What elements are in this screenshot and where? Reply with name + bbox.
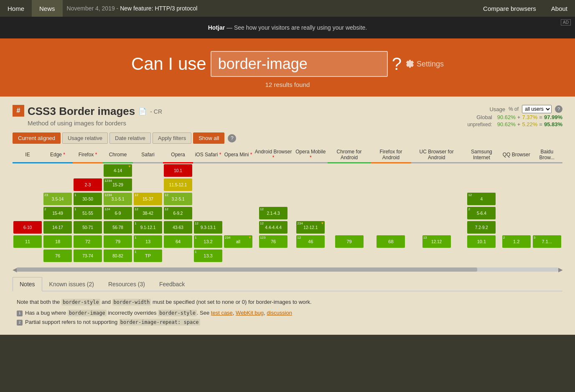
browser-th-operamini: Opera Mini *	[223, 147, 253, 163]
table-row: 215-49 151-55 1246-9 1238-42 126-9.2 122…	[13, 206, 562, 220]
hero-section: Can I use ? Settings 12 results found	[0, 38, 575, 97]
ad-badge: AD	[561, 19, 571, 25]
usage-help[interactable]: ?	[555, 105, 562, 113]
tabs-row: Notes Known issues (2) Resources (3) Fee…	[13, 277, 562, 291]
note2-code: border-image-repeat: space	[119, 319, 200, 326]
scroll-thumb[interactable]	[17, 267, 477, 272]
filter-current-aligned[interactable]: Current aligned	[13, 132, 61, 144]
main-content: # CSS3 Border images 📄 - CR Method of us…	[0, 97, 575, 335]
table-row: 2-3 123415-29 11.5-12.1	[13, 178, 562, 192]
hero-can-i-use-text: Can I use	[131, 54, 206, 74]
browser-th-ie: IE	[13, 147, 43, 163]
note1-code2: border-style	[158, 310, 197, 316]
scroll-track[interactable]	[17, 267, 558, 272]
feature-doc-icon: 📄	[138, 107, 147, 115]
hero-results: 12 results found	[0, 81, 575, 88]
nav-right: Compare browsers About	[476, 0, 575, 17]
unprefixed-total: 95.83%	[544, 121, 562, 127]
hash-box: #	[13, 105, 24, 117]
nav-item-news[interactable]: News	[32, 0, 63, 17]
note-item-2: 2 Partial support refers to not supporti…	[17, 319, 558, 326]
table-row: 11 18 72 79 113 64 113.2 234all▼ 12376 1…	[13, 234, 562, 249]
feature-cr-label: - CR	[150, 108, 162, 115]
notes-code-border-style: border-style	[61, 299, 100, 305]
browser-th-chrome: Chrome	[103, 147, 133, 163]
compat-table: IE Edge * Firefox * Chrome Safari Opera …	[13, 147, 562, 263]
filter-date-relative[interactable]: Date relative	[109, 132, 151, 144]
browser-th-android: Android Browser *	[253, 147, 293, 163]
browser-th-opera: Opera	[163, 147, 193, 163]
filter-row: Current aligned Usage relative Date rela…	[13, 132, 562, 144]
usage-label: Usage	[489, 106, 505, 112]
browser-th-qq: QQ Browser	[501, 147, 532, 163]
feature-title: CSS3 Border images	[28, 105, 135, 118]
filter-usage-relative[interactable]: Usage relative	[62, 132, 108, 144]
note1-link-testcase[interactable]: test case	[211, 310, 233, 316]
settings-button[interactable]: Settings	[406, 60, 444, 69]
tab-known-issues[interactable]: Known issues (2)	[42, 277, 101, 291]
filter-show-all[interactable]: Show all	[193, 132, 224, 144]
browser-table-wrap: IE Edge * Firefox * Chrome Safari Opera …	[13, 147, 562, 263]
note-sup-1: 1	[17, 311, 23, 316]
browser-th-firefoxandroid: Firefox for Android	[371, 147, 411, 163]
usage-percent-of: % of	[509, 106, 519, 112]
nav-item-about[interactable]: About	[544, 0, 575, 17]
ad-banner: AD Hotjar — See how your visitors are re…	[0, 17, 575, 38]
hero-input-wrap	[211, 51, 388, 77]
notes-section: Note that both the border-style and bord…	[13, 291, 562, 335]
table-row: 4-14 ▼ 10.1	[13, 163, 562, 178]
notes-main-text: Note that both the border-style and bord…	[17, 298, 558, 306]
nav-item-home[interactable]: Home	[0, 0, 32, 17]
navigation: Home News November 4, 2019 - New feature…	[0, 0, 575, 17]
browser-th-operamobile: Opera Mobile *	[293, 147, 328, 163]
unprefixed-label: unprefixed:	[467, 122, 492, 127]
browser-th-chromeandroid: Chrome for Android	[328, 147, 370, 163]
nav-item-compare[interactable]: Compare browsers	[476, 0, 544, 17]
table-row: 76 73-74 80-82 1TP 113.3	[13, 249, 562, 263]
nav-news-text: November 4, 2019 - New feature: HTTP/3 p…	[63, 5, 476, 12]
browser-th-ios: iOS Safari *	[193, 147, 223, 163]
global-label: Global	[476, 114, 492, 120]
browser-th-baidu: Baidu Brow...	[532, 147, 562, 163]
feature-description: Method of using images for borders	[28, 120, 467, 127]
notes-code-border-width: border-width	[112, 299, 151, 305]
browser-th-ucbrowser: UC Browser for Android	[411, 147, 462, 163]
browser-th-edge: Edge *	[43, 147, 73, 163]
filter-apply[interactable]: Apply filters	[153, 132, 191, 144]
filter-help[interactable]: ?	[228, 134, 236, 143]
note-sup-2: 2	[17, 320, 23, 326]
browser-th-samsung: Samsung Internet	[462, 147, 501, 163]
global-yellow-pct: 7.37%	[522, 114, 537, 120]
note1-link-discussion[interactable]: discussion	[267, 310, 292, 316]
note-item-1: 1 Has a bug where border-image incorrect…	[17, 310, 558, 316]
unprefixed-green-pct: 90.62%	[497, 121, 516, 127]
table-row: 233.5-14 130-50 12343.1-5.1 1215-37 123.…	[13, 192, 562, 206]
note1-code1: border-image	[68, 310, 107, 316]
scrollbar-area[interactable]: ◀ ▶	[13, 266, 562, 273]
usage-panel: Usage % of all users ? Global 90.62% + 7…	[467, 105, 562, 127]
global-total: 97.99%	[544, 114, 562, 120]
usage-user-select[interactable]: all users	[522, 105, 552, 113]
global-green-pct: 90.62%	[497, 114, 516, 120]
search-input[interactable]	[211, 52, 387, 76]
tab-feedback[interactable]: Feedback	[152, 277, 192, 291]
browser-th-firefox: Firefox *	[73, 147, 103, 163]
table-row: 6-10 14-17 50-71 56-78 19.1-12.1 43-63 1…	[13, 220, 562, 234]
browser-th-safari: Safari	[133, 147, 163, 163]
unprefixed-yellow-pct: 5.22%	[522, 121, 537, 127]
note1-link-webkit-bug[interactable]: WebKit bug	[236, 310, 264, 316]
hero-question-mark: ?	[392, 54, 402, 74]
tab-resources[interactable]: Resources (3)	[101, 277, 152, 291]
tab-notes[interactable]: Notes	[13, 277, 42, 291]
